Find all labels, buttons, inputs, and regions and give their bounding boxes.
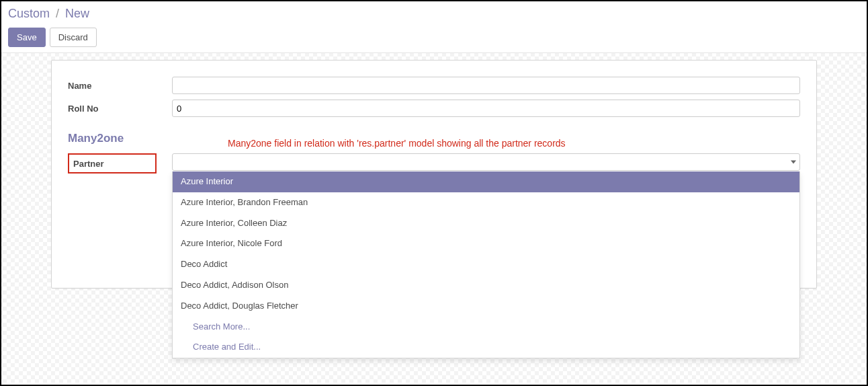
breadcrumb-parent[interactable]: Custom — [8, 7, 50, 20]
dropdown-item[interactable]: Deco Addict, Addison Olson — [173, 275, 799, 296]
dropdown-item[interactable]: Azure Interior, Colleen Diaz — [173, 213, 799, 234]
form-sheet: Name Roll No Many2one field in relation … — [51, 60, 817, 288]
dropdown-search-more[interactable]: Search More... — [173, 317, 799, 338]
name-label: Name — [68, 81, 172, 91]
partner-label: Partner — [68, 153, 157, 173]
dropdown-item[interactable]: Azure Interior, Brandon Freeman — [173, 192, 799, 213]
breadcrumb-current: New — [65, 7, 89, 20]
dropdown-item[interactable]: Azure Interior — [173, 171, 799, 192]
breadcrumb: Custom / New — [1, 1, 867, 24]
save-button[interactable]: Save — [8, 28, 46, 47]
name-row: Name — [68, 77, 800, 94]
partner-dropdown: Azure Interior Azure Interior, Brandon F… — [172, 171, 800, 358]
dropdown-item[interactable]: Deco Addict — [173, 254, 799, 275]
name-input[interactable] — [172, 77, 800, 94]
annotation-text: Many2one field in relation with 'res.par… — [228, 138, 566, 149]
dropdown-create-edit[interactable]: Create and Edit... — [173, 337, 799, 358]
partner-input[interactable] — [172, 153, 800, 171]
dropdown-item[interactable]: Deco Addict, Douglas Fletcher — [173, 296, 799, 317]
rollno-row: Roll No — [68, 100, 800, 117]
rollno-input[interactable] — [172, 100, 800, 117]
discard-button[interactable]: Discard — [50, 28, 97, 47]
partner-input-wrap — [172, 153, 800, 171]
rollno-label: Roll No — [68, 104, 172, 114]
toolbar: Save Discard — [1, 24, 867, 52]
breadcrumb-separator: / — [56, 7, 59, 20]
content-area: Name Roll No Many2one field in relation … — [1, 53, 867, 383]
dropdown-item[interactable]: Azure Interior, Nicole Ford — [173, 233, 799, 254]
partner-row: Partner Azure Interior Azure Interior, B… — [68, 153, 800, 173]
